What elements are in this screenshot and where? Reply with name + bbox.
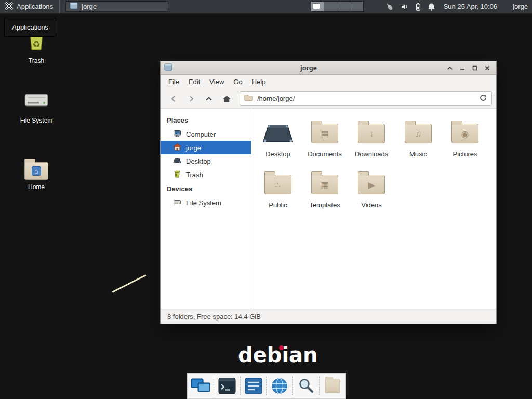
menu-file[interactable]: File [164, 76, 184, 88]
file-tile-documents[interactable]: ▤ Documents [301, 117, 348, 168]
app-finder-icon[interactable] [296, 375, 316, 397]
refresh-icon[interactable] [479, 94, 487, 104]
mouse-icon[interactable] [385, 3, 394, 11]
menu-go[interactable]: Go [229, 76, 247, 88]
computer-icon [173, 129, 181, 139]
folder-icon: ▶ [358, 175, 385, 194]
templates-emblem-icon: ▦ [312, 175, 338, 194]
sidebar-item-label: Trash [186, 171, 203, 179]
file-label: Music [409, 150, 427, 158]
dock-separator [266, 377, 267, 395]
menu-help[interactable]: Help [247, 76, 271, 88]
window-icon [164, 63, 172, 73]
home-folder-icon: ⌂ [24, 162, 48, 180]
applications-tooltip: Applications [4, 18, 56, 37]
back-button[interactable] [165, 91, 182, 106]
menu-edit[interactable]: Edit [184, 76, 205, 88]
sidebar-item-desktop[interactable]: Desktop [161, 154, 251, 168]
dock-separator [240, 377, 241, 395]
maximize-button[interactable] [470, 63, 480, 73]
applications-menu-button[interactable]: Applications [0, 0, 58, 13]
file-tile-music[interactable]: ♫ Music [395, 117, 442, 168]
volume-icon[interactable] [401, 3, 409, 11]
sidebar-item-label: Desktop [186, 157, 211, 165]
desktop-icon-file-system[interactable]: File System [7, 87, 65, 124]
desktop-icon-home[interactable]: ⌂ Home [7, 154, 65, 191]
sidebar-item-jorge[interactable]: jorge [161, 141, 251, 154]
folder-icon [325, 379, 340, 393]
status-text: 8 folders, Free space: 14.4 GiB [167, 313, 261, 321]
file-label: Public [269, 201, 287, 209]
file-tile-desktop[interactable]: Desktop [255, 117, 301, 168]
public-emblem-icon: ∴ [265, 175, 291, 194]
sidebar-item-label: Computer [186, 130, 216, 138]
pictures-emblem-icon: ◉ [452, 124, 478, 143]
folder-small-icon [244, 94, 253, 103]
file-label: Pictures [453, 150, 477, 158]
file-label: Templates [309, 201, 340, 209]
desktop-mini-icon [173, 156, 181, 166]
places-header: Places [161, 113, 251, 127]
file-tile-templates[interactable]: ▦ Templates [301, 168, 348, 219]
folder-icon: ♫ [405, 124, 432, 143]
display-settings-icon[interactable] [190, 375, 211, 397]
titlebar[interactable]: jorge [161, 61, 496, 75]
menu-view[interactable]: View [205, 76, 229, 88]
home-glyph: ⌂ [32, 166, 41, 176]
close-button[interactable] [482, 63, 493, 73]
system-tray [385, 3, 435, 11]
desktop-folder-icon [261, 117, 295, 150]
desktop-icon-label: File System [7, 117, 65, 124]
window-icon [70, 2, 78, 11]
sidebar-item-computer[interactable]: Computer [161, 127, 251, 141]
sidebar: Places Computer jorge Desktop [161, 109, 251, 309]
up-button[interactable] [200, 91, 218, 106]
forward-button[interactable] [182, 91, 200, 106]
music-emblem-icon: ♫ [405, 124, 431, 143]
sidebar-item-trash[interactable]: Trash [161, 168, 251, 181]
file-tile-pictures[interactable]: ◉ Pictures [442, 117, 488, 168]
dock-separator [292, 377, 293, 395]
file-label: Documents [308, 150, 342, 158]
file-tile-videos[interactable]: ▶ Videos [348, 168, 395, 219]
workspace-1[interactable] [311, 2, 324, 11]
location-bar[interactable] [240, 91, 492, 106]
videos-emblem-icon: ▶ [358, 175, 384, 194]
desktop-icon-label: Home [7, 183, 65, 191]
panel-username: jorge [513, 3, 528, 10]
minimize-button[interactable] [457, 63, 468, 73]
downloads-emblem-icon: ↓ [358, 124, 384, 143]
desktop-icon-label: Trash [7, 57, 65, 64]
trash-mini-icon [173, 170, 181, 180]
web-browser-icon[interactable] [269, 375, 290, 397]
debian-logo-text: debian [238, 343, 318, 367]
folder-icon: ◉ [451, 124, 478, 143]
folder-icon: ↓ [358, 124, 385, 143]
home-icon [173, 143, 181, 153]
battery-icon[interactable] [416, 3, 421, 11]
window-content: Places Computer jorge Desktop [161, 109, 496, 309]
path-input[interactable] [257, 95, 475, 102]
workspace-2[interactable] [324, 2, 337, 11]
menubar: File Edit View Go Help [161, 75, 496, 89]
desktop-root: { "panel": { "applications_label": "Appl… [0, 0, 532, 399]
taskbar-window-button[interactable]: jorge [65, 1, 168, 12]
toolbar [161, 89, 496, 109]
drive-icon [23, 89, 49, 113]
home-button[interactable] [218, 91, 235, 106]
folder-icon: ∴ [264, 175, 291, 194]
terminal-icon[interactable] [217, 375, 237, 397]
file-manager-icon[interactable] [325, 378, 340, 394]
sidebar-item-file-system[interactable]: File System [161, 196, 251, 209]
file-tile-public[interactable]: ∴ Public [255, 168, 301, 219]
devices-header: Devices [161, 181, 251, 196]
terminal-alt-icon[interactable] [243, 375, 264, 397]
file-tile-downloads[interactable]: ↓ Downloads [348, 117, 395, 168]
file-label: Downloads [355, 150, 388, 158]
sidebar-item-label: jorge [186, 144, 201, 152]
workspace-3[interactable] [337, 2, 350, 11]
panel-clock[interactable]: Sun 25 Apr, 10:06 [444, 3, 497, 10]
notification-bell-icon[interactable] [428, 3, 435, 11]
shade-button[interactable] [445, 63, 455, 73]
workspace-4[interactable] [350, 2, 363, 11]
